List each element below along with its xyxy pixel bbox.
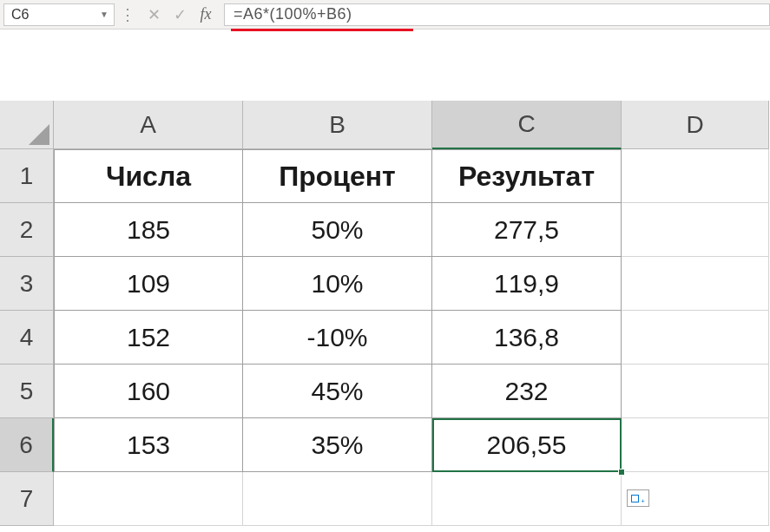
fx-icon: fx <box>201 5 212 23</box>
cell-C6[interactable]: 206,55 <box>432 418 622 472</box>
formula-text: =A6*(100%+B6) <box>234 5 352 23</box>
cell-D6[interactable] <box>622 418 769 472</box>
col-header-A[interactable]: A <box>54 101 243 149</box>
row-header-1[interactable]: 1 <box>0 149 54 203</box>
cell-C1[interactable]: Результат <box>432 149 622 203</box>
cell-C2[interactable]: 277,5 <box>432 203 622 257</box>
annotation-underline <box>231 29 413 31</box>
enter-icon: ✓ <box>167 3 193 26</box>
cell-D2[interactable] <box>622 203 769 257</box>
row-header-3[interactable]: 3 <box>0 257 54 311</box>
cell-A5[interactable]: 160 <box>54 365 243 418</box>
cell-C7[interactable] <box>432 472 622 526</box>
cell-A2[interactable]: 185 <box>54 203 243 257</box>
row-header-5[interactable]: 5 <box>0 365 54 418</box>
fx-button[interactable]: fx <box>193 3 219 26</box>
row-header-6[interactable]: 6 <box>0 418 54 472</box>
chevron-down-icon[interactable]: ▼ <box>100 10 109 19</box>
cell-B7[interactable] <box>243 472 432 526</box>
autofill-icon <box>631 495 639 502</box>
formula-input-wrap: =A6*(100%+B6) <box>224 3 770 26</box>
cancel-icon: ✕ <box>141 3 167 26</box>
cell-B4[interactable]: -10% <box>243 311 432 365</box>
formula-input[interactable]: =A6*(100%+B6) <box>224 3 770 26</box>
plus-icon: + <box>641 497 645 505</box>
row-header-7[interactable]: 7 <box>0 472 54 526</box>
fill-handle[interactable] <box>618 469 625 476</box>
name-box[interactable]: C6 ▼ <box>3 3 115 26</box>
cell-B2[interactable]: 50% <box>243 203 432 257</box>
cell-D3[interactable] <box>622 257 769 311</box>
formula-bar: C6 ▼ ⋮ ✕ ✓ fx =A6*(100%+B6) <box>0 0 770 30</box>
cell-C3[interactable]: 119,9 <box>432 257 622 311</box>
name-box-value: C6 <box>11 7 29 23</box>
cell-D4[interactable] <box>622 311 769 365</box>
dropdown-icon[interactable]: ⋮ <box>115 3 141 26</box>
autofill-options-button[interactable]: + <box>627 489 649 507</box>
cell-A7[interactable] <box>54 472 243 526</box>
cell-B3[interactable]: 10% <box>243 257 432 311</box>
cell-D1[interactable] <box>622 149 769 203</box>
col-header-D[interactable]: D <box>622 101 769 149</box>
cell-C5[interactable]: 232 <box>432 365 622 418</box>
spreadsheet-grid: A B C D 1 Числа Процент Результат 2 185 … <box>0 101 770 526</box>
cell-A1[interactable]: Числа <box>54 149 243 203</box>
cell-A6[interactable]: 153 <box>54 418 243 472</box>
row-header-4[interactable]: 4 <box>0 311 54 365</box>
cell-D5[interactable] <box>622 365 769 418</box>
select-all-corner[interactable] <box>0 101 54 149</box>
cell-A4[interactable]: 152 <box>54 311 243 365</box>
cell-A3[interactable]: 109 <box>54 257 243 311</box>
cell-B1[interactable]: Процент <box>243 149 432 203</box>
cell-C4[interactable]: 136,8 <box>432 311 622 365</box>
cell-B5[interactable]: 45% <box>243 365 432 418</box>
col-header-C[interactable]: C <box>432 101 622 149</box>
row-header-2[interactable]: 2 <box>0 203 54 257</box>
cell-B6[interactable]: 35% <box>243 418 432 472</box>
col-header-B[interactable]: B <box>243 101 432 149</box>
ribbon-gap <box>0 30 770 101</box>
